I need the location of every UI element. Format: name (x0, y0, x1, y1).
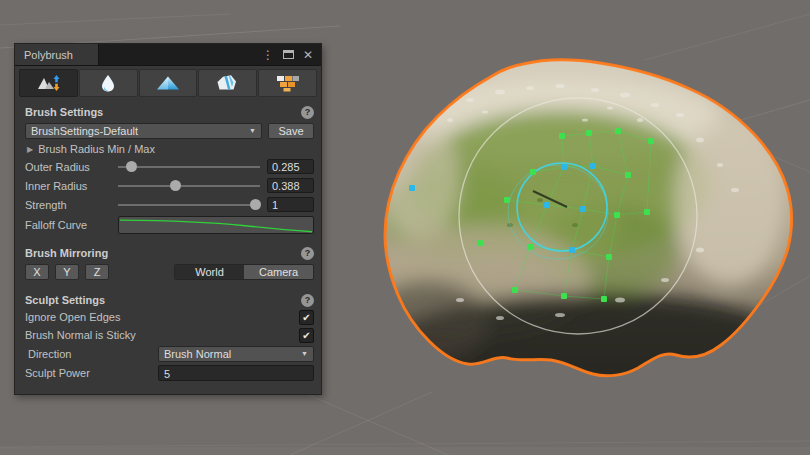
sculpt-icon (35, 73, 61, 93)
mirror-space-toggle: World Camera (174, 264, 314, 280)
mirror-y-button[interactable]: Y (55, 264, 79, 280)
direction-dropdown[interactable]: Brush Normal ▼ (158, 346, 314, 362)
ignore-open-edges-label: Ignore Open Edges (25, 311, 120, 323)
sculpt-power-field[interactable]: 5 (158, 365, 314, 381)
brush-normal-sticky-checkbox[interactable]: ✔ (299, 328, 314, 343)
save-button[interactable]: Save (268, 123, 314, 139)
mirror-x-button[interactable]: X (25, 264, 49, 280)
rock-mesh[interactable] (368, 50, 805, 403)
brush-radius-foldout-label: Brush Radius Min / Max (38, 143, 155, 155)
tool-sculpt-button[interactable] (19, 69, 78, 97)
tool-paint-color-button[interactable] (139, 69, 198, 97)
mirror-z-button[interactable]: Z (85, 264, 109, 280)
help-icon[interactable]: ? (301, 294, 314, 307)
direction-value: Brush Normal (164, 348, 301, 360)
sculpt-power-label: Sculpt Power (25, 367, 158, 379)
brush-radius-foldout[interactable]: ▶ Brush Radius Min / Max (15, 141, 321, 157)
falloff-curve-label: Falloff Curve (25, 219, 118, 231)
sculpt-settings-header: Sculpt Settings (25, 294, 105, 306)
brush-mirroring-header: Brush Mirroring (25, 247, 108, 259)
close-icon[interactable]: ✕ (303, 49, 313, 61)
foldout-arrow-icon: ▶ (27, 145, 33, 154)
maximize-icon[interactable] (283, 50, 294, 59)
slider-knob[interactable] (126, 161, 137, 172)
brush-preset-dropdown[interactable]: BrushSettings-Default ▼ (25, 123, 262, 139)
outer-radius-field[interactable]: 0.285 (267, 159, 314, 174)
tool-paint-prefabs-button[interactable] (198, 69, 257, 97)
window-titlebar[interactable]: Polybrush ⋮ ✕ (15, 44, 321, 66)
brush-preset-value: BrushSettings-Default (31, 125, 249, 137)
window-title: Polybrush (24, 49, 73, 61)
brush-normal-sticky-label: Brush Normal is Sticky (25, 329, 136, 341)
titlebar-spacer (99, 44, 262, 65)
mirror-space-world-button[interactable]: World (175, 265, 244, 279)
falloff-curve (119, 217, 313, 233)
paint-color-icon (155, 73, 181, 93)
inner-radius-label: Inner Radius (25, 180, 118, 192)
inner-radius-field[interactable]: 0.388 (267, 178, 314, 193)
chevron-down-icon: ▼ (249, 127, 256, 134)
polybrush-window: Polybrush ⋮ ✕ (14, 43, 322, 395)
tool-smooth-button[interactable] (79, 69, 138, 97)
inner-radius-slider[interactable] (118, 179, 260, 192)
tool-paint-textures-button[interactable] (258, 69, 317, 97)
strength-label: Strength (25, 199, 118, 211)
help-icon[interactable]: ? (301, 106, 314, 119)
slider-knob[interactable] (250, 199, 261, 210)
help-icon[interactable]: ? (301, 247, 314, 260)
direction-label: Direction (28, 348, 158, 360)
strength-slider[interactable] (118, 198, 260, 211)
falloff-curve-field[interactable] (118, 216, 314, 234)
outer-radius-label: Outer Radius (25, 161, 118, 173)
paint-textures-icon (275, 73, 301, 93)
chevron-down-icon: ▼ (301, 350, 308, 357)
ignore-open-edges-checkbox[interactable]: ✔ (299, 310, 314, 325)
window-menu-icon[interactable]: ⋮ (262, 49, 274, 61)
brush-settings-header: Brush Settings (25, 106, 103, 118)
smooth-icon (95, 73, 121, 93)
strength-field[interactable]: 1 (267, 197, 314, 212)
tab-polybrush[interactable]: Polybrush (15, 44, 99, 65)
mode-toolbar (19, 69, 317, 97)
unity-scene-view: Polybrush ⋮ ✕ (0, 0, 810, 455)
mirror-space-camera-button[interactable]: Camera (244, 265, 313, 279)
outer-radius-slider[interactable] (118, 160, 260, 173)
paint-prefabs-icon (215, 73, 241, 93)
slider-knob[interactable] (170, 180, 181, 191)
